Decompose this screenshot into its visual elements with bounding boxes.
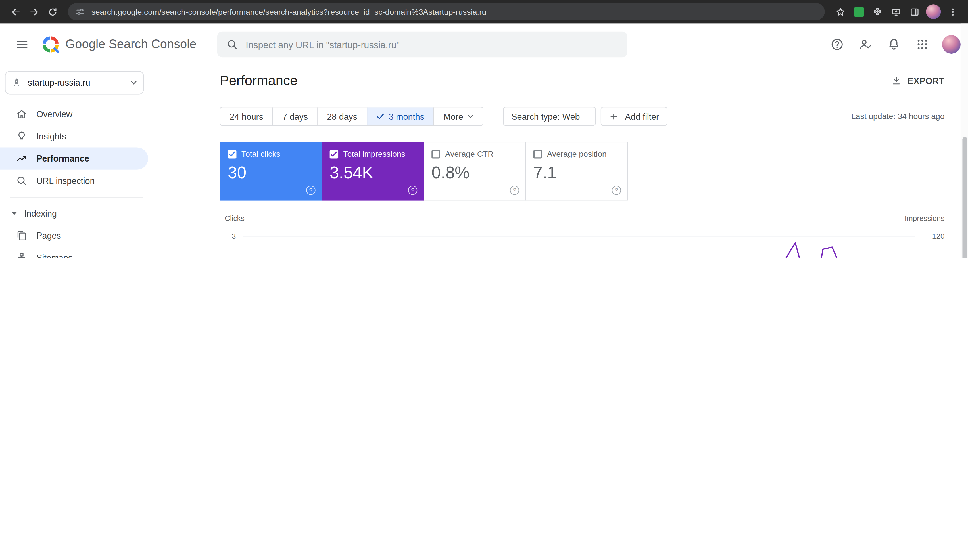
manage-users-button[interactable] (853, 32, 878, 56)
chevron-down-icon (130, 80, 137, 85)
help-button[interactable] (825, 32, 850, 56)
range-3-months-selected[interactable]: 3 months (367, 107, 434, 125)
back-button[interactable] (6, 3, 25, 21)
metric-card-total-impressions[interactable]: Total impressions 3.54K ? (322, 142, 424, 200)
plus-icon (609, 111, 619, 121)
chevron-down-icon (586, 114, 588, 118)
performance-chart: Clicks Impressions 3 2 1 0 120 80 40 0 9… (220, 214, 945, 258)
bell-icon (887, 37, 901, 51)
metric-card-average-ctr[interactable]: Average CTR 0.8% ? (423, 142, 526, 200)
chart-lines (243, 236, 915, 258)
checkbox-checked-icon[interactable] (228, 150, 236, 158)
metric-label: Total clicks (242, 149, 280, 159)
sidebar-item-overview[interactable]: Overview (0, 103, 150, 125)
help-icon[interactable]: ? (510, 186, 519, 195)
extensions-button[interactable] (868, 3, 887, 21)
address-bar[interactable]: search.google.com/search-console/perform… (68, 3, 825, 20)
magnifier-icon (15, 175, 28, 187)
search-console-logo (42, 35, 60, 53)
user-check-icon (859, 37, 872, 51)
side-panel-icon (909, 7, 920, 17)
google-apps-button[interactable] (910, 32, 935, 56)
search-icon (226, 38, 238, 51)
help-icon[interactable]: ? (612, 186, 621, 195)
reload-button[interactable] (43, 3, 61, 21)
product-title: Google Search Console (65, 37, 197, 51)
metric-value: 7.1 (534, 164, 620, 182)
metric-label: Average CTR (445, 149, 494, 159)
help-icon[interactable]: ? (306, 186, 316, 195)
check-icon (376, 113, 384, 120)
y-axis-tick: 120 (924, 232, 945, 240)
add-filter-button[interactable]: Add filter (601, 107, 667, 126)
divider (10, 197, 143, 197)
browser-profile-avatar[interactable] (926, 4, 941, 19)
page-title: Performance (220, 73, 298, 89)
sidebar-group-indexing[interactable]: Indexing (0, 202, 150, 225)
pages-icon (15, 230, 28, 242)
sidebar-item-sitemaps[interactable]: Sitemaps (0, 247, 150, 258)
reload-icon (47, 7, 58, 17)
app-header-actions (825, 23, 961, 65)
range-more[interactable]: More (434, 107, 483, 125)
metric-label: Average position (547, 149, 607, 159)
metric-label: Total impressions (343, 149, 405, 159)
help-icon[interactable]: ? (408, 186, 418, 195)
lightbulb-icon (15, 130, 28, 142)
y-axis-tick: 3 (220, 232, 236, 240)
account-avatar[interactable] (942, 35, 961, 53)
apps-grid-icon (916, 38, 928, 50)
metric-card-total-clicks[interactable]: Total clicks 30 ? (220, 142, 322, 200)
puzzle-icon (872, 7, 882, 17)
scrollbar-thumb[interactable] (962, 137, 967, 258)
checkbox-unchecked-icon[interactable] (534, 150, 542, 158)
hamburger-icon (16, 38, 28, 50)
search-type-dropdown[interactable]: Search type: Web (503, 107, 596, 126)
forward-arrow-icon (29, 7, 39, 17)
range-7-days[interactable]: 7 days (273, 107, 317, 125)
metric-card-average-position[interactable]: Average position 7.1 ? (525, 142, 628, 200)
sidebar-item-label: URL inspection (36, 176, 94, 186)
metric-value: 0.8% (431, 164, 518, 182)
export-label: EXPORT (907, 76, 945, 86)
url-inspection-searchbox[interactable] (217, 31, 627, 57)
download-icon (891, 75, 902, 86)
site-info-icon[interactable] (75, 7, 85, 17)
browser-menu-button[interactable] (943, 3, 962, 21)
bookmark-star-button[interactable] (831, 3, 849, 21)
cast-icon (890, 7, 901, 17)
sidebar-item-performance[interactable]: Performance (0, 147, 148, 169)
date-range-group: 24 hours 7 days 28 days 3 months More (220, 107, 484, 126)
export-button[interactable]: EXPORT (891, 75, 945, 86)
main-menu-button[interactable] (10, 32, 35, 56)
vertical-scrollbar[interactable] (961, 23, 968, 258)
chart-plot-area[interactable] (243, 236, 915, 258)
metric-value: 30 (228, 164, 314, 182)
sidebar-item-url-inspection[interactable]: URL inspection (0, 170, 150, 192)
chevron-down-icon (467, 114, 474, 118)
forward-button[interactable] (25, 3, 43, 21)
left-axis-label: Clicks (225, 214, 245, 223)
sidebar-item-insights[interactable]: Insights (0, 125, 150, 147)
url-inspection-input[interactable] (246, 39, 618, 50)
trending-up-icon (15, 152, 28, 165)
help-icon (830, 37, 844, 51)
notifications-button[interactable] (882, 32, 907, 56)
group-label: Indexing (24, 209, 57, 218)
browser-toolbar: search.google.com/search-console/perform… (0, 0, 968, 23)
cast-button[interactable] (887, 3, 905, 21)
sidebar: startup-russia.ru Overview Insights Perf… (0, 65, 150, 258)
right-axis-label: Impressions (905, 214, 945, 223)
back-arrow-icon (10, 7, 21, 17)
checkbox-checked-icon[interactable] (330, 150, 338, 158)
checkbox-unchecked-icon[interactable] (431, 150, 440, 158)
range-28-days[interactable]: 28 days (317, 107, 367, 125)
metric-tiles: Total clicks 30 ? Total impressions 3.54… (220, 142, 945, 200)
url-text[interactable]: search.google.com/search-console/perform… (91, 7, 487, 17)
property-selector[interactable]: startup-russia.ru (5, 71, 144, 94)
sidebar-item-pages[interactable]: Pages (0, 225, 150, 247)
range-24-hours[interactable]: 24 hours (220, 107, 273, 125)
sidebar-item-label: Performance (36, 154, 89, 164)
side-panel-button[interactable] (905, 3, 923, 21)
extension-button-green[interactable] (850, 3, 868, 21)
